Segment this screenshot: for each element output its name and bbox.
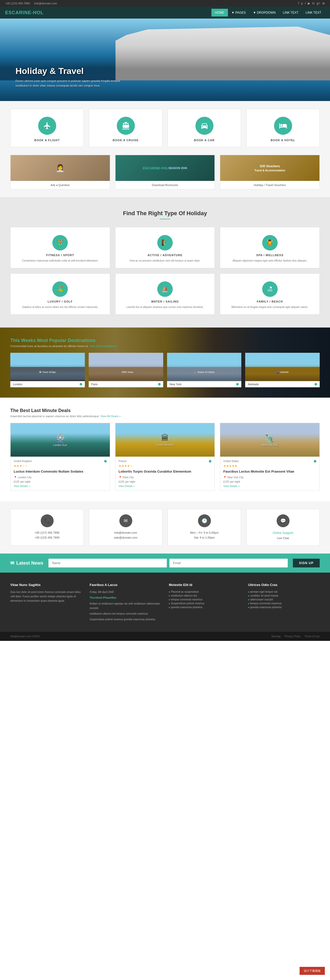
uk-view-details[interactable]: View Details » xyxy=(14,485,107,488)
brochure-label: Download Brochures xyxy=(115,181,215,189)
dest-card-paris[interactable]: 🗼 Eiffel Tower Paris xyxy=(89,353,163,387)
dest-card-newyork[interactable]: 🗽 Statue of Liberty New York xyxy=(167,353,242,387)
twitter-icon[interactable]: t xyxy=(305,2,306,5)
footer-blog-link[interactable]: Tincidunt Phasellus xyxy=(90,596,116,599)
adelaide-footer: Adelaide xyxy=(245,381,320,387)
logo: ESCARINE-HOL xyxy=(5,10,43,16)
holiday-underline xyxy=(160,219,170,219)
beach-desc: Bibendum ex at feugiat magna duis conseq… xyxy=(225,305,314,309)
list-item: Placerat ac suspendisse xyxy=(169,590,241,594)
pinterest-icon[interactable]: p xyxy=(301,2,303,5)
list-item: gravida maecenas pharetra xyxy=(248,605,320,609)
usa-image: 🗽 New York City xyxy=(220,423,319,457)
booking-grid: BOOK A FLIGHT BOOK A CRUISE BOOK A CAR B… xyxy=(10,109,320,147)
top-bar: +00 (123) 456 7890 info@domain.com f p t… xyxy=(0,0,330,7)
nav-dropdown[interactable]: ▼ DROPDOWN xyxy=(249,9,279,16)
fitness-desc: Consectetur maecenas sollicitudin nulla … xyxy=(16,259,105,263)
list-item: Suspendisse potenti vivamus xyxy=(169,601,241,605)
holiday-card-sailing[interactable]: ⛵ WATER / SAILING Laoreet leo ut aliquam… xyxy=(115,274,215,315)
holiday-card-golf[interactable]: ⛳ LUXURY / GOLF Dapibus id tellus ac luc… xyxy=(10,274,110,315)
france-price: £125 per night xyxy=(119,480,212,484)
info-card-brochure[interactable]: ESCARINE-HOLSEASON 2045 Download Brochur… xyxy=(115,155,215,189)
dest-card-adelaide[interactable]: 🌆 Adelaide Adelaide xyxy=(245,353,320,387)
holiday-title: Find The Right Type Of Holiday xyxy=(10,210,320,217)
terms-link[interactable]: Terms of Use xyxy=(304,635,320,638)
list-item: ullamcorper suscipit xyxy=(248,598,320,601)
holiday-card-beach[interactable]: 🏖 FAMILY / BEACH Bibendum ex at feugiat … xyxy=(220,274,320,315)
uk-dot xyxy=(104,460,107,463)
info-section: 👩‍💼 Ask a Question ESCARINE-HOLSEASON 20… xyxy=(0,155,330,197)
booking-section: BOOK A FLIGHT BOOK A CRUISE BOOK A CAR B… xyxy=(0,101,330,155)
header: ESCARINE-HOL HOME ▼ PAGES ▼ DROPDOWN LIN… xyxy=(0,7,330,19)
copyright-text: info@domain.com ©2023 xyxy=(10,635,40,638)
holiday-card-fitness[interactable]: 🏋 FITNESS / SPORT Consectetur maecenas s… xyxy=(10,227,110,268)
deal-card-uk[interactable]: 🎡 London Eye United Kingdom ★★★☆☆ Luctus… xyxy=(10,423,110,491)
contact-hours: 🕐 Mon – Fri: 9 to 5.00pm Sat: 9 to 1.00p… xyxy=(167,509,241,546)
facebook-icon[interactable]: f xyxy=(298,2,299,5)
youtube-icon[interactable]: ▶ xyxy=(308,2,310,5)
info-card-voucher[interactable]: Gift Vouchers Travel & Accommodation Hol… xyxy=(220,155,320,189)
france-city: 📍 Paris City xyxy=(119,476,212,479)
adventure-icon: 🧗 xyxy=(157,235,173,250)
deals-view-all[interactable]: View All Deals » xyxy=(100,415,121,418)
sitemap-link[interactable]: Sitemap xyxy=(271,635,281,638)
newsletter-signup-button[interactable]: SIGN UP xyxy=(293,559,320,568)
fitness-icon: 🏋 xyxy=(53,235,68,250)
london-image: 🏛 Tower Bridge xyxy=(10,353,85,381)
deals-title: The Best Last Minute Deals xyxy=(10,408,320,413)
cruise-label: BOOK A CRUISE xyxy=(94,138,157,142)
footer-col-3: Molestie Elit Id Placerat ac suspendisse… xyxy=(169,583,241,622)
spa-desc: Aliquam dignissim magna eget ante effici… xyxy=(225,259,314,263)
info-grid: 👩‍💼 Ask a Question ESCARINE-HOLSEASON 20… xyxy=(10,155,320,189)
nav-link1[interactable]: LINK TEXT xyxy=(279,9,302,16)
golf-desc: Dapibus id tellus ac luctus etiam est ni… xyxy=(16,305,105,309)
brochure-image: ESCARINE-HOLSEASON 2045 xyxy=(115,155,215,181)
googleplus-icon[interactable]: g+ xyxy=(317,2,320,5)
deals-header: The Best Last Minute Deals Imperdiet lac… xyxy=(10,408,320,418)
london-dot xyxy=(80,383,82,385)
holiday-grid: 🏋 FITNESS / SPORT Consectetur maecenas s… xyxy=(10,227,320,315)
info-card-ask[interactable]: 👩‍💼 Ask a Question xyxy=(10,155,110,189)
rss-icon[interactable]: ⊕ xyxy=(322,2,325,5)
contact-chat[interactable]: 💬 Online Support Live Chat xyxy=(246,509,320,546)
voucher-image: Gift Vouchers Travel & Accommodation xyxy=(220,155,319,181)
holiday-card-adventure[interactable]: 🧗 ACTIVE / ADVENTURE Irina ac mi posuere… xyxy=(115,227,215,268)
uk-stars: ★★★☆☆ xyxy=(14,464,107,468)
hero-text: Holiday & Travel Donec ultrices justo qu… xyxy=(16,66,124,88)
footer-grid: Vitae Nunc Sagittis Duis non dolor sit a… xyxy=(10,583,320,622)
nav-pages[interactable]: ▼ PAGES xyxy=(228,9,250,16)
privacy-link[interactable]: Privacy Policy xyxy=(285,635,301,638)
deal-card-usa[interactable]: 🗽 New York City United States ★★★★★ Fauc… xyxy=(220,423,320,491)
booking-card-cruise[interactable]: BOOK A CRUISE xyxy=(89,109,163,147)
deals-section: The Best Last Minute Deals Imperdiet lac… xyxy=(0,398,330,501)
newsletter-name-input[interactable] xyxy=(48,559,167,568)
beach-icon: 🏖 xyxy=(262,282,277,297)
france-view-details[interactable]: View Details » xyxy=(119,485,212,488)
holiday-card-spa[interactable]: 💆 SPA / WELLNESS Aliquam dignissim magna… xyxy=(220,227,320,268)
footer-col-1: Vitae Nunc Sagittis Duis non dolor sit a… xyxy=(10,583,82,622)
destinations-view-all[interactable]: View All Destinations » xyxy=(89,345,118,348)
france-image: 🏛 Louvre Museum xyxy=(115,423,215,457)
newsletter-email-input[interactable] xyxy=(169,559,288,568)
bottom-links: Sitemap Privacy Policy Terms of Use xyxy=(271,635,320,638)
nav-home[interactable]: HOME xyxy=(211,9,228,16)
nav-link2[interactable]: LINK TEXT xyxy=(302,9,325,16)
footer-col3-title: Molestie Elit Id xyxy=(169,583,241,587)
deal-card-france[interactable]: 🏛 Louvre Museum France ★★★★☆ Lobortis Tu… xyxy=(115,423,215,491)
sailing-desc: Laoreet leo ut aliquam vivamus quis curs… xyxy=(121,305,210,309)
booking-card-car[interactable]: BOOK A CAR xyxy=(167,109,241,147)
booking-card-hotel[interactable]: BOOK A HOTEL xyxy=(246,109,320,147)
list-item: curabitur sit amet massa xyxy=(248,594,320,598)
newsletter-icon: ✉ xyxy=(10,560,14,566)
voucher-label: Holiday / Travel Vouchers xyxy=(220,181,319,189)
usa-view-details[interactable]: View Details » xyxy=(223,485,316,488)
adventure-title: ACTIVE / ADVENTURE xyxy=(121,254,210,257)
newyork-footer: New York xyxy=(167,381,242,387)
list-item: vestibulum ullamco dui xyxy=(169,594,241,598)
list-item: gravida maecenas pharetra xyxy=(169,605,241,609)
holiday-section: Find The Right Type Of Holiday 🏋 FITNESS… xyxy=(0,197,330,328)
linkedin-icon[interactable]: in xyxy=(312,2,314,5)
dest-card-london[interactable]: 🏛 Tower Bridge London xyxy=(10,353,85,387)
hotel-label: BOOK A HOTEL xyxy=(252,138,314,142)
booking-card-flight[interactable]: BOOK A FLIGHT xyxy=(10,109,84,147)
